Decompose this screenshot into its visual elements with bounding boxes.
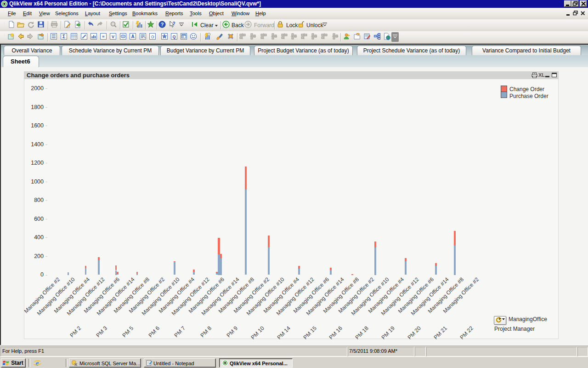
svg-text:?: ? [161,22,164,27]
svg-text:?: ? [172,21,175,26]
svg-text:=: = [102,34,104,39]
svg-text:Q: Q [172,34,175,39]
svg-text:⚆: ⚆ [151,35,154,39]
svg-text:Σ: Σ [62,34,65,39]
svg-text:A: A [131,34,134,39]
svg-text:V: V [112,34,114,39]
